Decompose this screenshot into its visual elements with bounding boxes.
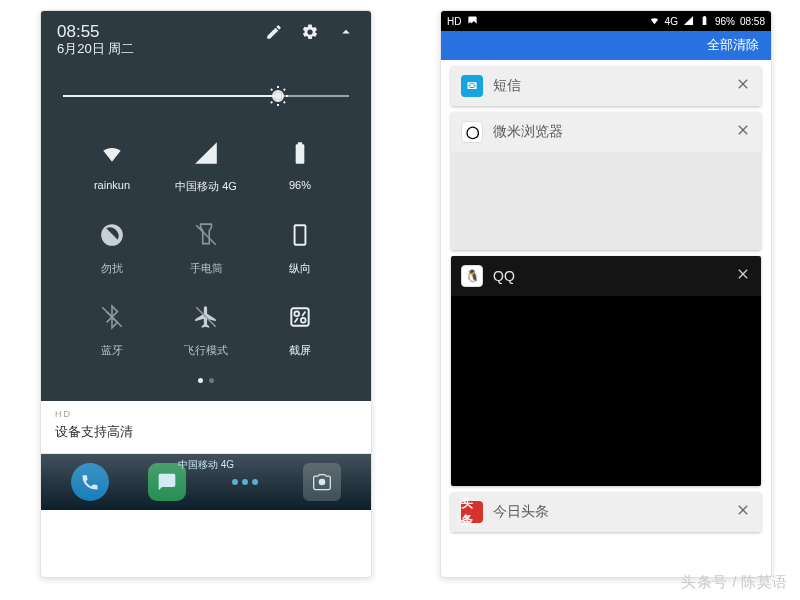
cell-icon: [683, 15, 694, 28]
brightness-thumb-icon[interactable]: [266, 84, 290, 108]
qs-tile-label: 蓝牙: [101, 343, 123, 358]
dock-carrier-label: 中国移动 4G: [178, 458, 234, 472]
qs-tile-label: 纵向: [289, 261, 311, 276]
phone-left: 08:55 6月20日 周二 rainkun中国移动 4G96%勿扰手电筒纵向蓝…: [40, 10, 372, 578]
recent-card[interactable]: ◯微米浏览器: [451, 112, 761, 250]
portrait-icon: [287, 222, 313, 252]
status-time: 08:55: [57, 23, 134, 41]
hd-text: 设备支持高清: [55, 423, 357, 441]
statusbar: HD 4G 96% 08:58: [441, 11, 771, 31]
qs-tile-dnd[interactable]: 勿扰: [65, 222, 159, 276]
edit-icon[interactable]: [265, 23, 283, 45]
qs-tile-label: 手电筒: [190, 261, 223, 276]
net-label: 4G: [665, 16, 678, 27]
hd-notification[interactable]: HD 设备支持高清: [41, 401, 371, 454]
airplane-icon: [193, 304, 219, 334]
qs-tile-airplane[interactable]: 飞行模式: [159, 304, 253, 358]
recents-list: ✉短信◯微米浏览器🐧QQ头条今日头条: [441, 66, 771, 532]
settings-icon[interactable]: [301, 23, 319, 45]
qs-tile-rotation[interactable]: 纵向: [253, 222, 347, 276]
battery-icon: [699, 15, 710, 28]
close-icon[interactable]: [735, 502, 751, 522]
home-dock: 中国移动 4G: [41, 454, 371, 510]
qs-tile-bt[interactable]: 蓝牙: [65, 304, 159, 358]
qs-datetime: 08:55 6月20日 周二: [57, 23, 134, 56]
dock-camera-icon[interactable]: [303, 463, 341, 501]
app-icon: ◯: [461, 121, 483, 143]
recent-preview: [451, 152, 761, 250]
clear-all-button[interactable]: 全部清除: [441, 31, 771, 60]
cell-icon: [193, 140, 219, 170]
app-icon: ✉: [461, 75, 483, 97]
page-indicator: [57, 372, 355, 393]
collapse-icon[interactable]: [337, 23, 355, 45]
dnd-icon: [99, 222, 125, 252]
quick-settings-panel: 08:55 6月20日 周二 rainkun中国移动 4G96%勿扰手电筒纵向蓝…: [41, 11, 371, 401]
close-icon[interactable]: [735, 76, 751, 96]
qs-tile-label: 96%: [289, 179, 311, 191]
recent-preview: [451, 296, 761, 486]
recent-card[interactable]: 🐧QQ: [451, 256, 761, 486]
app-icon: 头条: [461, 501, 483, 523]
clear-all-label: 全部清除: [707, 37, 759, 52]
qs-tile-battery[interactable]: 96%: [253, 140, 347, 194]
qs-tile-screenshot[interactable]: 截屏: [253, 304, 347, 358]
qs-tile-label: rainkun: [94, 179, 130, 191]
recent-header: ◯微米浏览器: [451, 112, 761, 152]
recent-title: 微米浏览器: [493, 123, 725, 141]
brightness-fill: [63, 95, 278, 97]
status-date: 6月20日 周二: [57, 42, 134, 56]
qs-header: 08:55 6月20日 周二: [57, 23, 355, 56]
recent-card[interactable]: ✉短信: [451, 66, 761, 106]
wifi-icon: [99, 140, 125, 170]
svg-point-0: [274, 92, 282, 100]
close-icon[interactable]: [735, 266, 751, 286]
svg-point-5: [319, 479, 326, 486]
recent-title: QQ: [493, 268, 725, 284]
battery-pct: 96%: [715, 16, 735, 27]
close-icon[interactable]: [735, 122, 751, 142]
hd-tag: HD: [55, 409, 357, 419]
notification-area: HD 设备支持高清: [41, 401, 371, 454]
recent-title: 短信: [493, 77, 725, 95]
qs-tile-wifi[interactable]: rainkun: [65, 140, 159, 194]
page-dot: [209, 378, 214, 383]
screenshot-icon: [287, 304, 313, 334]
qs-tile-torch[interactable]: 手电筒: [159, 222, 253, 276]
qs-tile-label: 截屏: [289, 343, 311, 358]
qs-tile-label: 勿扰: [101, 261, 123, 276]
recent-header: 头条今日头条: [451, 492, 761, 532]
app-icon: 🐧: [461, 265, 483, 287]
page-dot: [198, 378, 203, 383]
recent-header: 🐧QQ: [451, 256, 761, 296]
watermark: 头条号 / 陈莫语: [681, 573, 788, 592]
qs-tile-label: 飞行模式: [184, 343, 228, 358]
dock-phone-icon[interactable]: [71, 463, 109, 501]
svg-point-3: [294, 312, 299, 317]
image-icon: [467, 15, 478, 28]
svg-rect-1: [295, 225, 306, 245]
qs-tile-label: 中国移动 4G: [175, 179, 237, 194]
flashlight-icon: [193, 222, 219, 252]
recent-title: 今日头条: [493, 503, 725, 521]
recent-header: ✉短信: [451, 66, 761, 106]
svg-rect-2: [291, 308, 308, 325]
brightness-slider[interactable]: [63, 82, 349, 110]
hd-indicator: HD: [447, 16, 461, 27]
phone-right: HD 4G 96% 08:58 全部清除 ✉短信◯微米浏览器🐧QQ头条今日头条: [440, 10, 772, 578]
bluetooth-icon: [99, 304, 125, 334]
wifi-icon: [649, 15, 660, 28]
battery-icon: [287, 140, 313, 170]
status-time: 08:58: [740, 16, 765, 27]
recent-card[interactable]: 头条今日头条: [451, 492, 761, 532]
qs-tile-grid: rainkun中国移动 4G96%勿扰手电筒纵向蓝牙飞行模式截屏: [57, 116, 355, 372]
qs-tile-cell[interactable]: 中国移动 4G: [159, 140, 253, 194]
svg-point-4: [301, 318, 306, 323]
